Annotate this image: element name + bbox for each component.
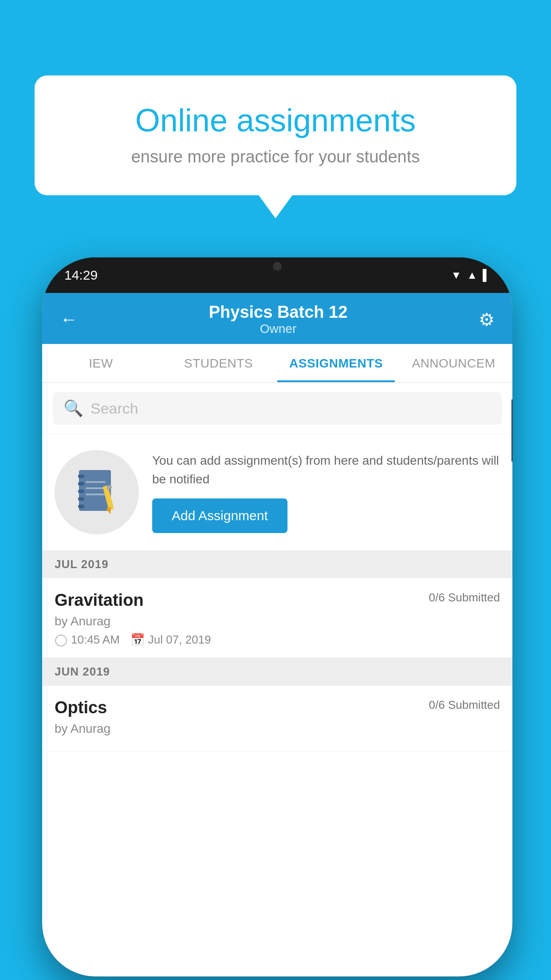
batch-title: Physics Batch 12 (209, 303, 348, 322)
clock-icon: ◯ (55, 633, 67, 647)
svg-rect-7 (86, 487, 106, 489)
section-header-jul: JUL 2019 (42, 550, 512, 578)
assignment-submitted-optics: 0/6 Submitted (429, 698, 500, 712)
tab-students[interactable]: STUDENTS (160, 344, 277, 382)
tab-announcements[interactable]: ANNOUNCEM (395, 344, 512, 382)
tab-iew[interactable]: IEW (42, 344, 160, 382)
svg-rect-4 (78, 497, 84, 501)
assignment-top-row-optics: Optics 0/6 Submitted (55, 698, 500, 717)
search-bar[interactable]: 🔍 Search (53, 392, 502, 425)
notebook-icon-circle (55, 450, 139, 534)
search-placeholder: Search (91, 400, 138, 417)
notebook-icon (75, 468, 119, 517)
assignment-by-optics: by Anurag (55, 722, 500, 736)
section-header-jun: JUN 2019 (42, 658, 512, 686)
speech-bubble-title: Online assignments (66, 102, 485, 138)
assignment-title-optics: Optics (55, 698, 107, 717)
header-center: Physics Batch 12 Owner (209, 303, 348, 336)
assignment-time-row-gravitation: ◯ 10:45 AM 📅 Jul 07, 2019 (55, 633, 500, 647)
notch (251, 257, 304, 275)
add-assignment-content: You can add assignment(s) from here and … (152, 451, 500, 533)
battery-icon: ▌ (483, 269, 490, 281)
phone-frame: 14:29 ▼ ▲ ▌ ← Physics Batch 12 Owner ⚙ I… (42, 257, 512, 976)
assignment-gravitation[interactable]: Gravitation 0/6 Submitted by Anurag ◯ 10… (42, 578, 512, 658)
app-header: ← Physics Batch 12 Owner ⚙ (42, 293, 512, 344)
speech-bubble-card: Online assignments ensure more practice … (35, 75, 516, 195)
svg-rect-1 (78, 474, 84, 478)
assignment-by-gravitation: by Anurag (55, 614, 500, 628)
section-label-jun: JUN 2019 (55, 665, 110, 678)
svg-rect-3 (78, 490, 84, 493)
svg-rect-6 (86, 481, 106, 483)
status-bar: 14:29 ▼ ▲ ▌ (42, 257, 512, 293)
clock: 14:29 (64, 268, 98, 283)
power-button-right (512, 399, 512, 462)
svg-rect-8 (86, 494, 106, 495)
back-button[interactable]: ← (60, 309, 78, 329)
search-icon: 🔍 (63, 399, 83, 418)
add-assignment-section: You can add assignment(s) from here and … (42, 434, 512, 550)
tabs-bar: IEW STUDENTS ASSIGNMENTS ANNOUNCEM (42, 344, 512, 383)
svg-rect-5 (78, 505, 84, 508)
time-item-gravitation: ◯ 10:45 AM (55, 633, 120, 647)
add-assignment-button[interactable]: Add Assignment (152, 498, 287, 533)
front-camera (273, 262, 282, 271)
add-assignment-description: You can add assignment(s) from here and … (152, 451, 500, 489)
svg-rect-2 (78, 482, 84, 486)
search-container: 🔍 Search (42, 383, 512, 434)
speech-bubble-subtitle: ensure more practice for your students (66, 147, 485, 166)
assignment-top-row: Gravitation 0/6 Submitted (55, 591, 500, 610)
assignment-time-gravitation: 10:45 AM (71, 633, 120, 647)
assignment-title-gravitation: Gravitation (55, 591, 144, 610)
settings-button[interactable]: ⚙ (479, 309, 495, 330)
signal-icon: ▲ (467, 269, 477, 281)
assignment-optics[interactable]: Optics 0/6 Submitted by Anurag (42, 686, 512, 751)
section-label-jul: JUL 2019 (55, 557, 109, 571)
phone-screen: ← Physics Batch 12 Owner ⚙ IEW STUDENTS … (42, 293, 512, 976)
calendar-icon: 📅 (130, 633, 145, 647)
status-icons: ▼ ▲ ▌ (451, 269, 490, 281)
wifi-icon: ▼ (451, 269, 461, 281)
header-role: Owner (209, 322, 348, 336)
date-item-gravitation: 📅 Jul 07, 2019 (130, 633, 211, 647)
assignment-submitted-gravitation: 0/6 Submitted (429, 591, 500, 605)
assignment-date-gravitation: Jul 07, 2019 (148, 633, 211, 647)
tab-assignments[interactable]: ASSIGNMENTS (277, 344, 395, 382)
